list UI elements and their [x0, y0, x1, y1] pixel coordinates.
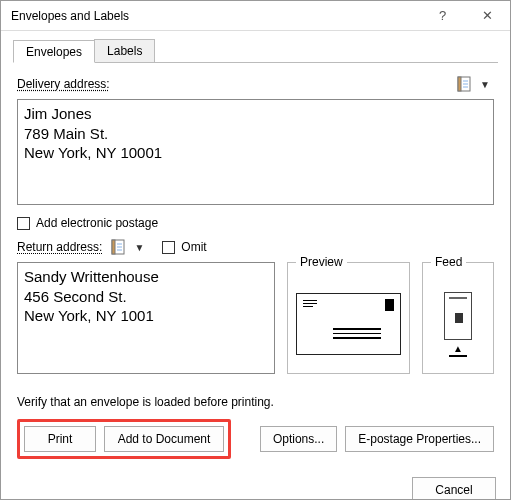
electronic-postage-label: Add electronic postage [36, 216, 158, 230]
options-button[interactable]: Options... [260, 426, 337, 452]
chevron-down-icon[interactable]: ▼ [130, 242, 148, 253]
verify-text: Verify that an envelope is loaded before… [17, 395, 494, 409]
epostage-properties-button[interactable]: E-postage Properties... [345, 426, 494, 452]
print-button[interactable]: Print [24, 426, 96, 452]
preview-label: Preview [296, 255, 347, 269]
electronic-postage-checkbox[interactable] [17, 217, 30, 230]
add-to-document-button[interactable]: Add to Document [104, 426, 224, 452]
tab-envelopes[interactable]: Envelopes [13, 40, 95, 63]
highlight-annotation: Print Add to Document [17, 419, 231, 459]
omit-checkbox[interactable] [162, 241, 175, 254]
tab-bar: Envelopes Labels [13, 39, 498, 63]
feed-label: Feed [431, 255, 466, 269]
envelope-preview-icon [296, 293, 401, 355]
tab-body-envelopes: Delivery address: ▼ Add electronic posta… [13, 63, 498, 463]
delivery-address-input[interactable] [17, 99, 494, 205]
tab-labels[interactable]: Labels [94, 39, 155, 62]
help-button[interactable]: ? [420, 1, 465, 31]
feed-icon: ▲ [444, 292, 472, 357]
return-address-label: Return address: [17, 240, 102, 254]
address-book-icon[interactable] [108, 236, 130, 258]
svg-rect-6 [112, 240, 115, 254]
preview-group[interactable]: Preview [287, 262, 410, 374]
feed-group[interactable]: Feed ▲ [422, 262, 494, 374]
cancel-button[interactable]: Cancel [412, 477, 496, 500]
svg-rect-1 [458, 77, 461, 91]
electronic-postage-row: Add electronic postage [17, 216, 494, 230]
titlebar: Envelopes and Labels ? ✕ [1, 1, 510, 31]
address-book-icon[interactable] [454, 73, 476, 95]
dialog-content: Envelopes Labels Delivery address: ▼ [1, 31, 510, 463]
return-address-input[interactable] [17, 262, 275, 374]
omit-label: Omit [181, 240, 206, 254]
chevron-down-icon[interactable]: ▼ [476, 79, 494, 90]
window-title: Envelopes and Labels [11, 9, 420, 23]
close-button[interactable]: ✕ [465, 1, 510, 31]
delivery-address-label: Delivery address: [17, 77, 110, 91]
